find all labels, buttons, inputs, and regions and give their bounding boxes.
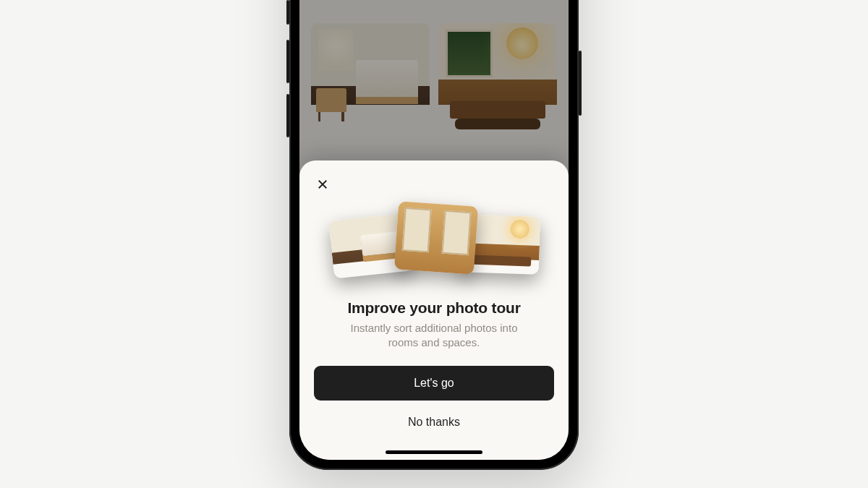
sheet-subtitle: Instantly sort additional photos into ro…	[340, 321, 528, 351]
bottom-sheet: Improve your photo tour Instantly sort a…	[299, 160, 569, 461]
home-indicator[interactable]	[386, 450, 482, 454]
photo-collage	[326, 200, 542, 286]
close-icon	[318, 179, 328, 192]
phone-frame: Improve your photo tour Instantly sort a…	[289, 0, 579, 470]
phone-side-button	[286, 94, 289, 137]
phone-screen: Improve your photo tour Instantly sort a…	[299, 0, 569, 460]
phone-side-button	[286, 40, 289, 83]
phone-side-button	[286, 0, 289, 25]
phone-side-button	[579, 51, 582, 116]
lets-go-button[interactable]: Let's go	[314, 366, 554, 401]
sheet-title: Improve your photo tour	[314, 299, 554, 317]
no-thanks-button[interactable]: No thanks	[314, 406, 554, 438]
close-button[interactable]	[311, 174, 334, 197]
collage-photo-interior	[394, 201, 478, 274]
